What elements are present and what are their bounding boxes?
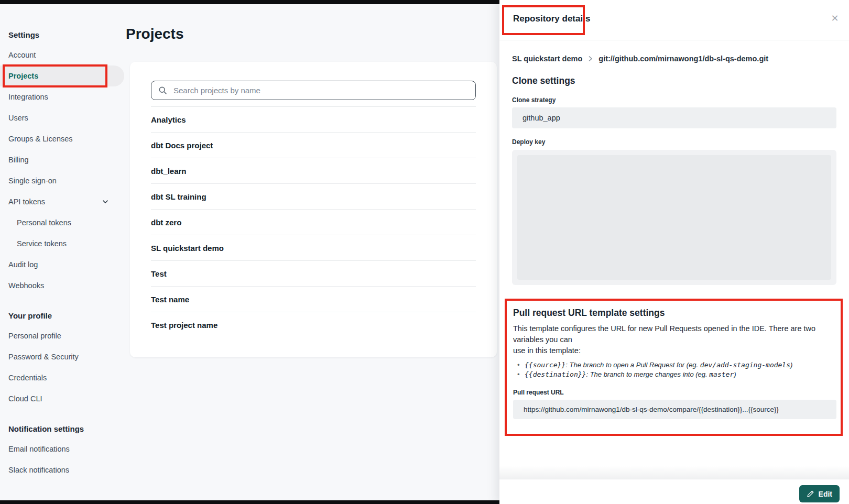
variable-code: {{source}} bbox=[525, 361, 565, 369]
project-list: Analyticsdbt Docs projectdbt_learndbt SL… bbox=[151, 106, 476, 337]
project-name: Test project name bbox=[151, 321, 217, 330]
sidebar-item-label: API tokens bbox=[8, 198, 45, 206]
project-row-analytics[interactable]: Analytics bbox=[151, 106, 476, 132]
pr-variable-bullets: •{{source}}: The branch to open a Pull R… bbox=[513, 360, 836, 379]
sidebar-item-label: Email notifications bbox=[8, 445, 70, 453]
pr-description-line1: This template configures the URL for new… bbox=[513, 323, 836, 345]
sidebar-item-label: Account bbox=[8, 51, 36, 59]
sidebar-item-webhooks[interactable]: Webhooks bbox=[0, 275, 126, 296]
edit-button[interactable]: Edit bbox=[799, 485, 840, 502]
search-projects-box[interactable] bbox=[151, 81, 476, 100]
projects-card: Analyticsdbt Docs projectdbt_learndbt SL… bbox=[130, 62, 497, 357]
sidebar-item-label: Users bbox=[8, 114, 28, 122]
sidebar-item-label: Personal tokens bbox=[17, 218, 71, 227]
sidebar-item-personal-tokens[interactable]: Personal tokens bbox=[0, 212, 126, 233]
sidebar-item-api-tokens[interactable]: API tokens bbox=[0, 191, 126, 212]
project-row-dbt-sl-training[interactable]: dbt SL training bbox=[151, 183, 476, 209]
project-name: dbt SL training bbox=[151, 192, 206, 201]
sidebar-item-label: Credentials bbox=[8, 374, 47, 382]
sidebar-item-label: Password & Security bbox=[8, 353, 79, 361]
sidebar-heading-settings: Settings bbox=[8, 30, 126, 39]
variable-close-paren: ) bbox=[790, 361, 792, 369]
repository-details-panel: Repository details ✕ SL quickstart demo … bbox=[499, 0, 849, 504]
variable-code: {{destination}} bbox=[525, 370, 586, 378]
sidebar-item-label: Service tokens bbox=[17, 239, 67, 248]
sidebar-item-slack-notifications[interactable]: Slack notifications bbox=[0, 459, 126, 480]
bullet-icon: • bbox=[517, 370, 525, 379]
pr-variable-bullet-source: •{{source}}: The branch to open a Pull R… bbox=[517, 360, 836, 370]
deploy-key-box bbox=[512, 150, 836, 285]
pr-template-description: This template configures the URL for new… bbox=[513, 323, 836, 356]
project-name: Test bbox=[151, 269, 167, 278]
sidebar-item-projects[interactable]: Projects bbox=[0, 65, 124, 86]
sidebar-item-personal-profile[interactable]: Personal profile bbox=[0, 325, 126, 346]
pr-template-heading: Pull request URL template settings bbox=[513, 308, 836, 319]
bullet-icon: • bbox=[517, 360, 525, 370]
sidebar-item-groups-licenses[interactable]: Groups & Licenses bbox=[0, 128, 126, 149]
variable-example: master bbox=[709, 370, 734, 378]
footer-scroll-shadow bbox=[499, 466, 849, 479]
sidebar-item-billing[interactable]: Billing bbox=[0, 149, 126, 170]
pull-request-url-label: Pull request URL bbox=[513, 389, 836, 396]
panel-footer: Edit bbox=[499, 479, 849, 504]
sidebar-item-label: Billing bbox=[8, 156, 29, 164]
sidebar-item-single-sign-on[interactable]: Single sign-on bbox=[0, 170, 126, 191]
sidebar-item-audit-log[interactable]: Audit log bbox=[0, 254, 126, 275]
project-row-test-name[interactable]: Test name bbox=[151, 286, 476, 312]
pull-request-url-value: https://github.com/mirnawong1/db-sl-qs-d… bbox=[513, 400, 836, 419]
sidebar-item-integrations[interactable]: Integrations bbox=[0, 86, 126, 107]
search-icon bbox=[158, 86, 167, 95]
sidebar-item-label: Groups & Licenses bbox=[8, 135, 73, 143]
clone-strategy-value: github_app bbox=[512, 107, 836, 128]
sidebar-item-label: Integrations bbox=[8, 93, 48, 101]
sidebar-item-label: Personal profile bbox=[8, 332, 61, 340]
search-projects-input[interactable] bbox=[172, 85, 469, 95]
panel-title: Repository details bbox=[513, 14, 590, 24]
pr-variable-bullet-destination: •{{destination}}: The branch to merge ch… bbox=[517, 370, 836, 379]
project-row-sl-quickstart-demo[interactable]: SL quickstart demo bbox=[151, 235, 476, 260]
edit-button-label: Edit bbox=[819, 490, 832, 498]
sidebar-item-service-tokens[interactable]: Service tokens bbox=[0, 233, 126, 254]
sidebar-item-label: Slack notifications bbox=[8, 466, 69, 474]
clone-settings-heading: Clone settings bbox=[512, 75, 836, 86]
project-row-test[interactable]: Test bbox=[151, 260, 476, 286]
settings-sidebar: SettingsAccountProjectsIntegrationsUsers… bbox=[0, 4, 126, 480]
pr-description-line2: use in this template: bbox=[513, 345, 836, 356]
project-row-dbt-zero[interactable]: dbt zero bbox=[151, 209, 476, 235]
window-chrome-bottom bbox=[0, 500, 499, 504]
project-row-dbt-learn[interactable]: dbt_learn bbox=[151, 158, 476, 183]
sidebar-item-cloud-cli[interactable]: Cloud CLI bbox=[0, 388, 126, 409]
sidebar-item-email-notifications[interactable]: Email notifications bbox=[0, 439, 126, 459]
close-icon[interactable]: ✕ bbox=[829, 13, 841, 24]
project-row-test-project-name[interactable]: Test project name bbox=[151, 312, 476, 337]
sidebar-item-credentials[interactable]: Credentials bbox=[0, 367, 126, 388]
project-name: Analytics bbox=[151, 115, 186, 124]
sidebar-item-password-security[interactable]: Password & Security bbox=[0, 346, 126, 367]
project-name: dbt Docs project bbox=[151, 141, 213, 150]
deploy-key-label: Deploy key bbox=[512, 138, 836, 146]
sidebar-heading-your-profile: Your profile bbox=[8, 311, 126, 320]
sidebar-item-users[interactable]: Users bbox=[0, 107, 126, 128]
breadcrumb-project[interactable]: SL quickstart demo bbox=[512, 54, 582, 63]
variable-description: : The branch to open a Pull Request for … bbox=[565, 361, 700, 369]
variable-close-paren: ) bbox=[734, 370, 736, 378]
sidebar-item-label: Projects bbox=[8, 72, 38, 80]
project-name: dbt_learn bbox=[151, 167, 187, 176]
panel-body: SL quickstart demo git://github.com/mirn… bbox=[499, 54, 849, 436]
breadcrumb-repo-url: git://github.com/mirnawong1/db-sl-qs-dem… bbox=[598, 54, 768, 63]
sidebar-section-your-profile: Your profilePersonal profilePassword & S… bbox=[0, 311, 126, 409]
sidebar-item-label: Audit log bbox=[8, 260, 38, 269]
page-title: Projects bbox=[126, 25, 497, 43]
project-row-dbt-docs-project[interactable]: dbt Docs project bbox=[151, 132, 476, 158]
sidebar-section-notification-settings: Notification settingsEmail notifications… bbox=[0, 424, 126, 480]
panel-header: Repository details ✕ bbox=[499, 0, 849, 40]
chevron-down-icon[interactable] bbox=[102, 198, 109, 207]
project-name: dbt zero bbox=[151, 218, 181, 227]
chevron-right-icon bbox=[588, 56, 593, 62]
project-name: Test name bbox=[151, 295, 189, 304]
sidebar-item-account[interactable]: Account bbox=[0, 45, 126, 65]
deploy-key-redacted-value bbox=[517, 155, 831, 280]
clone-strategy-label: Clone strategy bbox=[512, 96, 836, 104]
sidebar-section-settings: SettingsAccountProjectsIntegrationsUsers… bbox=[0, 30, 126, 296]
sidebar-item-label: Webhooks bbox=[8, 281, 44, 290]
